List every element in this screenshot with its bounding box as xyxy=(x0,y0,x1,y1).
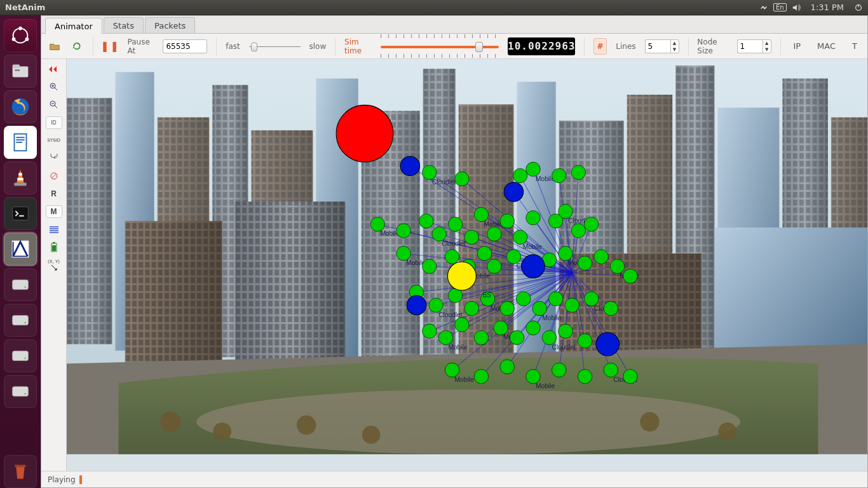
mobile-node[interactable] xyxy=(510,330,524,344)
mobile-node[interactable] xyxy=(559,204,573,218)
mac-button[interactable]: MAC xyxy=(813,40,839,52)
mobile-node[interactable] xyxy=(604,363,618,377)
mobile-node[interactable] xyxy=(585,292,599,306)
mobile-node[interactable] xyxy=(552,363,566,377)
open-file-button[interactable] xyxy=(48,38,61,55)
network-indicator[interactable] xyxy=(754,3,773,12)
mobile-node[interactable] xyxy=(423,324,437,338)
zoom-in-icon[interactable] xyxy=(46,81,62,93)
reset-button[interactable]: R xyxy=(46,187,62,200)
mobile-node[interactable] xyxy=(397,224,410,238)
mobile-node[interactable] xyxy=(526,211,540,225)
tab-animator[interactable]: Animator xyxy=(45,18,102,34)
mobile-node[interactable] xyxy=(594,250,608,264)
mobile-node[interactable] xyxy=(465,301,478,315)
ip-button[interactable]: IP xyxy=(789,40,804,52)
mobile-node[interactable] xyxy=(532,301,546,315)
mobile-node[interactable] xyxy=(448,217,462,231)
t-button[interactable]: T xyxy=(848,40,861,52)
spiral-icon[interactable] xyxy=(46,152,62,165)
launcher-disk-4[interactable] xyxy=(4,375,37,408)
mobile-node[interactable] xyxy=(623,369,637,383)
mobile-node[interactable] xyxy=(565,298,579,312)
mobile-node[interactable] xyxy=(423,259,437,273)
mobile-node[interactable] xyxy=(423,165,437,179)
sim-node[interactable] xyxy=(447,262,476,290)
sim-node[interactable] xyxy=(336,105,393,162)
mobile-node[interactable] xyxy=(571,165,585,179)
mobile-node[interactable] xyxy=(513,230,527,244)
launcher-vlc[interactable] xyxy=(4,161,37,194)
mobile-node[interactable] xyxy=(578,256,592,270)
launcher-writer[interactable] xyxy=(4,126,37,159)
mobile-node[interactable] xyxy=(455,318,469,332)
mobile-node[interactable] xyxy=(542,330,556,344)
mobile-node[interactable] xyxy=(513,168,527,182)
mobile-node[interactable] xyxy=(477,247,491,261)
launcher-disk-2[interactable] xyxy=(4,304,37,337)
mobile-node[interactable] xyxy=(487,259,501,273)
tab-packets[interactable]: Packets xyxy=(145,17,195,33)
mobile-node[interactable] xyxy=(474,369,488,383)
mobile-node[interactable] xyxy=(578,334,592,348)
sim-node[interactable] xyxy=(522,255,545,278)
mobile-node[interactable] xyxy=(526,162,540,176)
session-indicator[interactable] xyxy=(849,3,868,12)
mobile-node[interactable] xyxy=(571,224,585,238)
expand-icon[interactable] xyxy=(46,63,62,76)
mobile-node[interactable] xyxy=(623,269,637,283)
mobile-node[interactable] xyxy=(552,168,566,182)
sound-indicator[interactable] xyxy=(787,3,806,12)
mobile-node[interactable] xyxy=(585,217,599,231)
mobile-node[interactable] xyxy=(559,324,573,338)
mobile-node[interactable] xyxy=(500,360,514,374)
launcher-trash[interactable] xyxy=(4,455,37,488)
mobile-node[interactable] xyxy=(559,247,573,261)
reload-button[interactable] xyxy=(70,38,83,55)
mobile-node[interactable] xyxy=(370,217,384,231)
mobile-node[interactable] xyxy=(429,298,443,312)
lines-spinner[interactable]: ▲▼ xyxy=(645,39,679,53)
mobile-node[interactable] xyxy=(432,227,446,241)
tab-stats[interactable]: Stats xyxy=(104,17,144,33)
launcher-disk-3[interactable] xyxy=(4,339,37,372)
launcher-netanim[interactable] xyxy=(4,233,37,266)
layers-icon[interactable] xyxy=(46,223,62,236)
mobile-node[interactable] xyxy=(445,363,459,377)
mobile-node[interactable] xyxy=(500,301,514,315)
speed-slider[interactable] xyxy=(249,41,301,52)
mobile-node[interactable] xyxy=(548,292,562,306)
node-id-icon[interactable]: ID xyxy=(46,116,62,129)
clock[interactable]: 1:31 PM xyxy=(806,3,849,12)
mobile-node[interactable] xyxy=(578,369,592,383)
mobile-node[interactable] xyxy=(610,259,624,273)
sim-node[interactable] xyxy=(400,156,420,176)
block-icon[interactable] xyxy=(46,170,62,182)
mobile-node[interactable] xyxy=(604,301,618,315)
mobile-node[interactable] xyxy=(516,292,530,306)
mobile-node[interactable] xyxy=(494,321,508,335)
mobile-node[interactable] xyxy=(506,250,520,264)
mobile-node[interactable] xyxy=(397,247,410,261)
nodesize-spinner[interactable]: ▲▼ xyxy=(737,39,771,53)
pause-at-input[interactable] xyxy=(163,39,207,53)
mobile-node[interactable] xyxy=(419,214,433,228)
play-pause-button[interactable]: ❚❚ xyxy=(102,38,119,55)
mobile-node[interactable] xyxy=(474,330,488,344)
mobile-node[interactable] xyxy=(487,227,501,241)
simtime-slider[interactable] xyxy=(381,39,499,53)
battery-icon[interactable] xyxy=(46,241,62,254)
mobile-node[interactable] xyxy=(526,321,540,335)
mobile-node[interactable] xyxy=(465,230,478,244)
zoom-out-icon[interactable] xyxy=(46,98,62,111)
sysid-icon[interactable]: SYSID xyxy=(46,134,62,147)
lang-indicator[interactable]: En xyxy=(773,3,787,11)
mobile-node[interactable] xyxy=(526,369,540,383)
sim-node[interactable] xyxy=(504,182,524,202)
xy-icon[interactable]: (X, Y) xyxy=(46,259,62,271)
sim-node[interactable] xyxy=(407,295,426,315)
grid-toggle-button[interactable]: # xyxy=(593,38,607,55)
mobile-node[interactable] xyxy=(455,172,469,186)
animator-canvas[interactable]: CloudletMobileMobileCloudletMobileMobile… xyxy=(67,59,867,471)
mobile-node[interactable] xyxy=(500,214,514,228)
